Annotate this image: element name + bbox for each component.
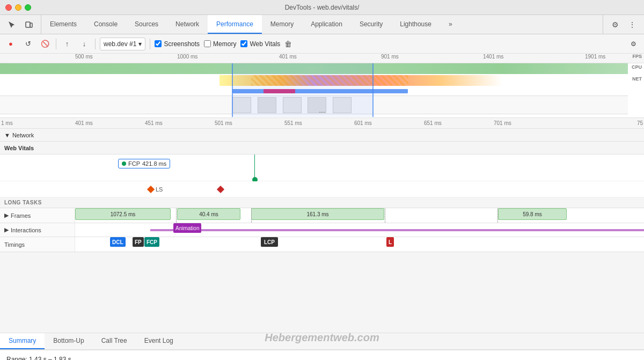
fcp-marker: FCP 421.8 ms [118, 159, 170, 168]
interactions-content: Animation [75, 223, 644, 237]
tab-security[interactable]: Security [351, 15, 391, 34]
ruler-detail-601ms: 601 ms [354, 120, 372, 126]
bottom-panel: Range: 1.43 s – 1.83 s Total blocking ti… [0, 350, 644, 360]
frame-block-2[interactable]: 40.4 ms [177, 208, 240, 220]
memory-checkbox-label[interactable]: Memory [204, 40, 236, 48]
interactions-label: Interactions [11, 227, 41, 233]
svg-rect-0 [26, 22, 30, 27]
maximize-button[interactable] [25, 4, 31, 11]
ruler-tick-500: 500 ms [75, 54, 93, 60]
interactions-expand-icon: ▶ [4, 226, 9, 233]
interaction-bar [150, 229, 644, 231]
nav-right-controls: ⚙ ⋮ [603, 15, 644, 34]
frame-block-1[interactable]: 1072.5 ms [75, 208, 171, 220]
profile-selector[interactable]: web.dev #1 ▾ [100, 38, 145, 50]
ruler-tick-1401: 1401 ms [483, 54, 503, 60]
settings-icon-btn[interactable]: ⚙ [608, 17, 623, 32]
fcp-badge[interactable]: FCP [144, 237, 159, 247]
dcl-badge[interactable]: DCL [110, 237, 126, 247]
tabs-list: Elements Console Sources Network Perform… [41, 15, 603, 34]
tab-application[interactable]: Application [302, 15, 351, 34]
frames-content: 1072.5 ms 40.4 ms 161.3 ms 59.8 ms [75, 208, 644, 223]
toolbar-separator-2 [95, 39, 96, 49]
trash-button[interactable]: 🗑 [284, 40, 292, 48]
frame-separator-4 [497, 208, 498, 223]
ruler-detail-75: 75 [637, 120, 643, 126]
tab-memory[interactable]: Memory [262, 15, 302, 34]
svg-rect-1 [30, 23, 32, 27]
screenshots-checkbox-label[interactable]: Screenshots [155, 40, 200, 48]
minimize-button[interactable] [15, 4, 21, 11]
close-button[interactable] [5, 4, 12, 11]
toolbar-separator-1 [56, 39, 56, 49]
interactions-row-label[interactable]: ▶ Interactions [0, 223, 75, 237]
tab-network[interactable]: Network [167, 15, 208, 34]
frame-separator-2 [251, 208, 252, 223]
detail-timeline: ▼ Network Web Vitals FCP 421.8 ms LS [0, 129, 644, 333]
ruler-detail-701ms: 701 ms [494, 120, 511, 126]
web-vitals-checkbox-label[interactable]: Web Vitals [240, 40, 280, 48]
ruler-detail-1ms: 1 ms [1, 120, 13, 126]
screenshots-checkbox[interactable] [155, 40, 162, 47]
tab-more[interactable]: » [440, 15, 461, 34]
range-value: 1.43 s – 1.83 s [29, 356, 71, 360]
fcp-track: FCP 421.8 ms [0, 155, 644, 181]
interactions-row: ▶ Interactions Animation [0, 223, 644, 237]
l-badge[interactable]: L [386, 237, 394, 247]
memory-checkbox[interactable] [204, 40, 211, 47]
traffic-lights [5, 4, 31, 11]
ruler-tick-1901: 1901 ms [585, 54, 605, 60]
tab-summary[interactable]: Summary [0, 333, 45, 349]
ls-diamond-1 [147, 186, 155, 193]
tab-console[interactable]: Console [85, 15, 126, 34]
tab-call-tree[interactable]: Call Tree [93, 333, 136, 349]
performance-toolbar: ● ↺ 🚫 ↑ ↓ web.dev #1 ▾ Screenshots Memor… [0, 34, 644, 54]
more-options-btn[interactable]: ⋮ [625, 17, 640, 32]
tab-bottom-up[interactable]: Bottom-Up [45, 333, 92, 349]
timings-row: Timings DCL FP FCP LCP [0, 237, 644, 252]
overview-tracks: CPU NET [0, 63, 644, 117]
fcp-dot [122, 161, 126, 166]
capture-settings-button[interactable]: ⚙ [627, 38, 640, 50]
cursor-icon-btn[interactable] [4, 17, 19, 32]
clear-button[interactable]: 🚫 [39, 38, 52, 50]
network-section-header[interactable]: ▼ Network [0, 129, 644, 142]
toolbar-right: ⚙ [627, 38, 640, 50]
ls-label: LS [156, 186, 163, 193]
animation-block[interactable]: Animation [173, 223, 201, 233]
network-section-label: Network [12, 132, 34, 138]
web-vitals-label: Web Vitals [4, 145, 34, 151]
overview-timeline[interactable]: 500 ms 1000 ms 401 ms 901 ms 1401 ms 190… [0, 54, 644, 118]
reload-record-button[interactable]: ↺ [21, 38, 34, 50]
nav-tabs-bar: Elements Console Sources Network Perform… [0, 15, 644, 34]
frame-block-4[interactable]: 59.8 ms [498, 208, 567, 220]
frames-row: ▶ Frames 1072.5 ms 40.4 ms 161.3 ms 59.8… [0, 208, 644, 223]
tab-performance[interactable]: Performance [208, 15, 262, 34]
fp-badge[interactable]: FP [133, 237, 144, 247]
tab-sources[interactable]: Sources [126, 15, 167, 34]
frame-separator-1 [176, 208, 177, 223]
long-tasks-label: LONG TASKS [4, 200, 42, 205]
frames-expand-icon: ▶ [4, 212, 9, 219]
tab-lighthouse[interactable]: Lighthouse [391, 15, 440, 34]
cpu-label: CPU [632, 64, 642, 70]
record-button[interactable]: ● [4, 38, 17, 50]
selection-overlay[interactable] [232, 63, 374, 117]
tab-elements[interactable]: Elements [41, 15, 85, 34]
frame-separator-3 [385, 208, 385, 223]
expand-more-button[interactable]: ··· [319, 107, 325, 116]
device-toggle-btn[interactable] [21, 17, 36, 32]
fcp-label: FCP [128, 160, 140, 167]
upload-button[interactable]: ↑ [61, 38, 74, 50]
frames-row-label[interactable]: ▶ Frames [0, 208, 75, 223]
frames-label: Frames [11, 212, 31, 219]
detail-ruler: 1 ms 401 ms 451 ms 501 ms 551 ms 601 ms … [0, 118, 644, 129]
ruler-tick-401: 401 ms [279, 54, 297, 60]
lcp-badge[interactable]: LCP [261, 237, 278, 247]
download-button[interactable]: ↓ [78, 38, 91, 50]
chevron-down-icon: ▾ [138, 40, 142, 48]
frame-block-3[interactable]: 161.3 ms [251, 208, 384, 220]
tab-event-log[interactable]: Event Log [136, 333, 182, 349]
web-vitals-checkbox[interactable] [240, 40, 247, 47]
range-display: Range: 1.43 s – 1.83 s [6, 356, 638, 360]
